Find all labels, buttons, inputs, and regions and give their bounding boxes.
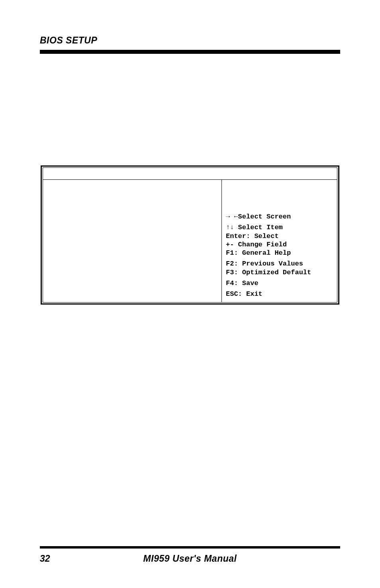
help-select-screen: → ←Select Screen bbox=[226, 212, 334, 221]
page-number: 32 bbox=[40, 553, 100, 564]
help-enter: Enter: Select bbox=[226, 232, 334, 240]
help-f4: F4: Save bbox=[226, 279, 334, 287]
help-change-field: +- Change Field bbox=[226, 240, 334, 249]
bios-menu-bar bbox=[43, 168, 337, 180]
page-footer: 32 MI959 User's Manual bbox=[40, 546, 340, 564]
footer-title: MI959 User's Manual bbox=[100, 553, 280, 564]
bios-help-pane: → ←Select Screen ↑↓ Select Item Enter: S… bbox=[221, 180, 337, 302]
help-f3: F3: Optimized Default bbox=[226, 268, 334, 277]
bios-settings-area bbox=[43, 180, 221, 302]
help-select-item: ↑↓ Select Item bbox=[226, 223, 334, 232]
bios-panel: → ←Select Screen ↑↓ Select Item Enter: S… bbox=[41, 165, 339, 305]
help-esc: ESC: Exit bbox=[226, 290, 334, 298]
help-f2: F2: Previous Values bbox=[226, 260, 334, 268]
help-f1: F1: General Help bbox=[226, 249, 334, 257]
page-header-title: BIOS SETUP bbox=[40, 35, 340, 46]
header-divider bbox=[40, 50, 340, 54]
footer-divider bbox=[40, 546, 340, 549]
